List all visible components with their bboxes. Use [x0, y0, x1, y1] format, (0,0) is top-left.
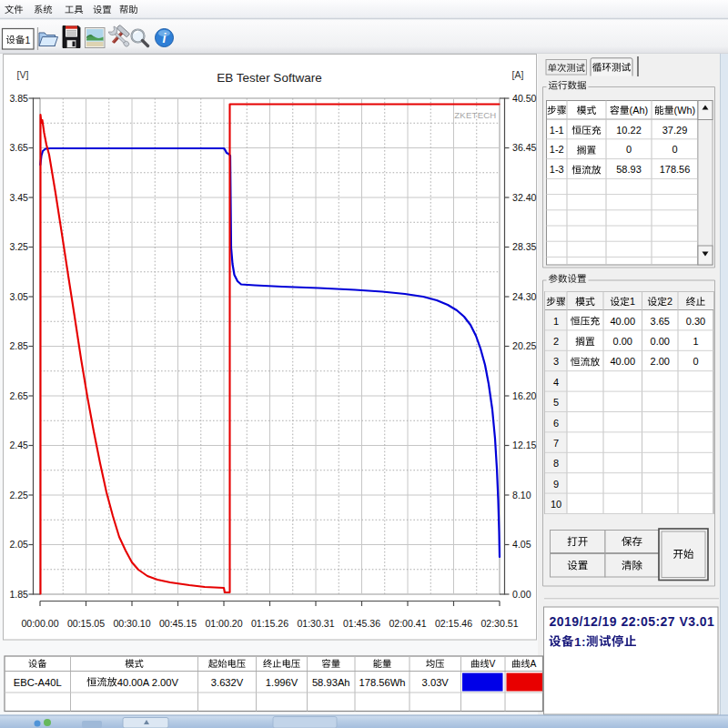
- svg-text:1.996V: 1.996V: [266, 677, 298, 688]
- svg-text:ZKETECH: ZKETECH: [454, 110, 496, 120]
- svg-text:02:30.51: 02:30.51: [480, 618, 518, 629]
- svg-text:9: 9: [553, 479, 559, 490]
- svg-text:8.10: 8.10: [512, 490, 531, 500]
- svg-text:2019/12/19 22:05:27 V3.01: 2019/12/19 22:05:27 V3.01: [550, 614, 715, 629]
- svg-text:0.00: 0.00: [613, 336, 632, 347]
- svg-text:2.45: 2.45: [9, 440, 28, 450]
- svg-text:4.05: 4.05: [512, 539, 531, 550]
- svg-text:00:30.10: 00:30.10: [113, 618, 150, 629]
- svg-text:0.30: 0.30: [686, 316, 705, 327]
- svg-text:1: 1: [630, 296, 635, 307]
- svg-text:00:45.15: 00:45.15: [159, 618, 197, 629]
- svg-text:40.00: 40.00: [610, 356, 635, 367]
- svg-text:00:00.00: 00:00.00: [21, 618, 58, 629]
- svg-text:20.25: 20.25: [512, 340, 537, 351]
- svg-text:2.00: 2.00: [651, 356, 670, 367]
- svg-text:1: 1: [693, 336, 698, 347]
- svg-text:V: V: [490, 659, 496, 669]
- svg-text:40.00A 2.00V: 40.00A 2.00V: [117, 677, 179, 688]
- svg-text:[A]: [A]: [512, 69, 524, 80]
- svg-text:3.05: 3.05: [9, 291, 28, 302]
- svg-text:A: A: [531, 659, 537, 669]
- svg-text:2.85: 2.85: [9, 340, 28, 351]
- svg-text:01:15.26: 01:15.26: [251, 618, 288, 629]
- svg-text:1:: 1:: [574, 635, 586, 649]
- svg-text:3: 3: [553, 356, 559, 367]
- svg-text:32.40: 32.40: [512, 192, 537, 203]
- svg-text:10.22: 10.22: [616, 125, 642, 136]
- svg-text:(Wh): (Wh): [674, 105, 695, 116]
- svg-text:40.50: 40.50: [512, 93, 537, 104]
- svg-text:EBC-A40L: EBC-A40L: [14, 677, 62, 688]
- svg-text:10: 10: [551, 499, 561, 510]
- svg-text:00:15.05: 00:15.05: [67, 618, 105, 629]
- svg-text:01:30.31: 01:30.31: [297, 618, 334, 629]
- svg-text:1.85: 1.85: [9, 589, 28, 600]
- svg-text:37.29: 37.29: [662, 125, 688, 136]
- svg-text:1-3: 1-3: [550, 164, 564, 175]
- svg-text:0: 0: [693, 356, 698, 367]
- svg-text:2.65: 2.65: [9, 390, 28, 401]
- svg-text:01:00.20: 01:00.20: [205, 618, 242, 629]
- svg-text:1: 1: [553, 316, 559, 327]
- svg-text:3.25: 3.25: [9, 241, 28, 252]
- svg-text:8: 8: [553, 458, 559, 469]
- svg-text:28.35: 28.35: [512, 241, 537, 252]
- svg-text:178.56: 178.56: [660, 164, 691, 175]
- svg-text:58.93Ah: 58.93Ah: [312, 677, 350, 688]
- svg-text:0: 0: [626, 144, 632, 155]
- svg-text:2: 2: [553, 336, 559, 347]
- svg-text:(Ah): (Ah): [630, 105, 648, 116]
- svg-text:7: 7: [553, 438, 559, 449]
- svg-text:36.45: 36.45: [512, 142, 537, 153]
- svg-text:3.65: 3.65: [9, 142, 28, 153]
- svg-text:16.20: 16.20: [512, 390, 537, 401]
- svg-text:0: 0: [672, 144, 677, 155]
- svg-text:40.00: 40.00: [610, 316, 635, 327]
- svg-text:0.00: 0.00: [651, 336, 670, 347]
- svg-text:3.65: 3.65: [651, 316, 670, 327]
- svg-text:02:15.46: 02:15.46: [435, 618, 472, 629]
- svg-text:0.00: 0.00: [512, 589, 531, 600]
- svg-text:6: 6: [553, 418, 559, 429]
- svg-text:01:45.36: 01:45.36: [343, 618, 380, 629]
- svg-text:12.15: 12.15: [512, 440, 537, 450]
- svg-text:178.56Wh: 178.56Wh: [359, 677, 406, 688]
- svg-text:[V]: [V]: [17, 69, 29, 80]
- svg-text:1-2: 1-2: [550, 144, 564, 155]
- svg-text:2: 2: [667, 296, 672, 307]
- svg-text:2.05: 2.05: [9, 539, 28, 550]
- svg-text:24.30: 24.30: [512, 291, 537, 302]
- svg-text:3.45: 3.45: [9, 192, 28, 203]
- svg-text:3.85: 3.85: [9, 93, 28, 104]
- svg-text:5: 5: [553, 397, 559, 408]
- svg-text:02:00.41: 02:00.41: [389, 618, 426, 629]
- svg-text:1-1: 1-1: [550, 125, 564, 136]
- svg-text:4: 4: [553, 377, 559, 388]
- svg-text:3.03V: 3.03V: [422, 677, 450, 688]
- svg-text:EB Tester Software: EB Tester Software: [217, 71, 321, 85]
- svg-text:2.25: 2.25: [9, 490, 28, 500]
- svg-text:3.632V: 3.632V: [211, 677, 244, 688]
- svg-text:1: 1: [25, 35, 30, 46]
- svg-text:58.93: 58.93: [616, 164, 642, 175]
